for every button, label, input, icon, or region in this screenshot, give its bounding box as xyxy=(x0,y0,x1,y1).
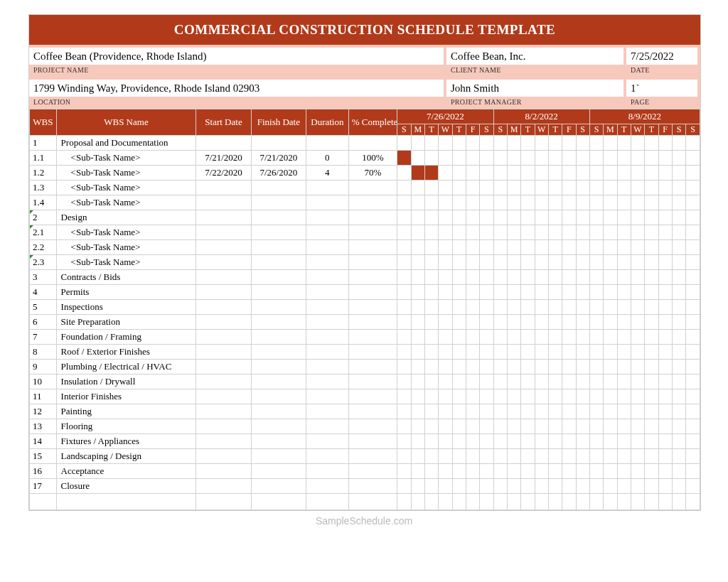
gantt-cell[interactable] xyxy=(548,255,562,270)
gantt-cell[interactable] xyxy=(480,240,493,255)
gantt-cell[interactable] xyxy=(424,255,438,270)
gantt-cell[interactable] xyxy=(452,449,466,464)
gantt-cell[interactable] xyxy=(480,136,493,151)
gantt-cell[interactable] xyxy=(480,345,493,360)
gantt-cell[interactable] xyxy=(424,240,438,255)
cell-finish[interactable] xyxy=(251,374,306,389)
gantt-cell[interactable] xyxy=(658,255,672,270)
gantt-cell[interactable] xyxy=(424,136,438,151)
gantt-cell[interactable] xyxy=(548,404,562,419)
cell-start[interactable] xyxy=(196,255,251,270)
gantt-cell[interactable] xyxy=(617,330,631,345)
cell-name[interactable]: <Sub-Task Name> xyxy=(56,225,196,240)
gantt-cell[interactable] xyxy=(576,404,589,419)
gantt-cell[interactable] xyxy=(576,270,589,285)
gantt-cell[interactable] xyxy=(562,389,576,404)
gantt-cell[interactable] xyxy=(672,434,685,449)
table-row[interactable]: 10Insulation / Drywall xyxy=(30,374,700,389)
gantt-cell[interactable] xyxy=(411,389,424,404)
cell-wbs[interactable]: 8 xyxy=(30,345,57,360)
gantt-cell[interactable] xyxy=(686,136,700,151)
table-row[interactable]: 7Foundation / Framing xyxy=(30,330,700,345)
gantt-cell[interactable] xyxy=(562,479,576,494)
date-value[interactable]: 7/25/2022 xyxy=(626,48,697,65)
cell-wbs[interactable]: 1 xyxy=(30,136,57,151)
gantt-cell[interactable] xyxy=(507,180,520,195)
gantt-cell[interactable] xyxy=(604,300,617,315)
gantt-cell[interactable] xyxy=(604,464,617,479)
gantt-cell[interactable] xyxy=(604,449,617,464)
gantt-cell[interactable] xyxy=(645,255,658,270)
cell-pct[interactable] xyxy=(348,180,397,195)
gantt-cell[interactable] xyxy=(424,225,438,240)
schedule-grid[interactable]: WBSWBS NameStart DateFinish DateDuration… xyxy=(29,109,700,510)
gantt-cell[interactable] xyxy=(562,285,576,300)
gantt-cell[interactable] xyxy=(452,464,466,479)
gantt-cell[interactable] xyxy=(452,270,466,285)
gantt-cell[interactable] xyxy=(548,270,562,285)
cell-finish[interactable] xyxy=(251,225,306,240)
cell-duration[interactable] xyxy=(306,255,349,270)
gantt-cell[interactable] xyxy=(686,166,700,180)
gantt-cell[interactable] xyxy=(493,419,507,434)
gantt-cell[interactable] xyxy=(645,389,658,404)
gantt-cell[interactable] xyxy=(631,345,644,360)
gantt-cell[interactable] xyxy=(411,479,424,494)
gantt-cell[interactable] xyxy=(631,404,644,419)
gantt-cell[interactable] xyxy=(617,464,631,479)
cell-pct[interactable] xyxy=(348,479,397,494)
gantt-cell[interactable] xyxy=(466,434,479,449)
gantt-cell[interactable] xyxy=(672,151,685,166)
gantt-cell[interactable] xyxy=(672,464,685,479)
gantt-cell[interactable] xyxy=(466,151,479,166)
gantt-cell[interactable] xyxy=(686,330,700,345)
gantt-cell[interactable] xyxy=(439,479,452,494)
gantt-cell[interactable] xyxy=(411,345,424,360)
gantt-cell[interactable] xyxy=(480,330,493,345)
gantt-cell[interactable] xyxy=(535,285,548,300)
gantt-cell[interactable] xyxy=(589,449,603,464)
gantt-cell[interactable] xyxy=(589,300,603,315)
gantt-cell[interactable] xyxy=(589,195,603,210)
gantt-cell[interactable] xyxy=(452,434,466,449)
project-name-value[interactable]: Coffee Bean (Providence, Rhode Island) xyxy=(29,48,444,65)
gantt-cell[interactable] xyxy=(439,449,452,464)
cell-duration[interactable] xyxy=(306,360,349,374)
gantt-cell[interactable] xyxy=(562,151,576,166)
gantt-cell[interactable] xyxy=(658,195,672,210)
gantt-cell[interactable] xyxy=(562,434,576,449)
gantt-cell[interactable] xyxy=(521,360,535,374)
gantt-cell[interactable] xyxy=(576,315,589,330)
gantt-cell[interactable] xyxy=(576,389,589,404)
gantt-cell[interactable] xyxy=(439,136,452,151)
gantt-cell[interactable] xyxy=(452,240,466,255)
gantt-cell[interactable] xyxy=(562,255,576,270)
gantt-cell[interactable] xyxy=(466,419,479,434)
cell-start[interactable] xyxy=(196,300,251,315)
client-name-value[interactable]: Coffee Bean, Inc. xyxy=(446,48,623,65)
cell-pct[interactable] xyxy=(348,345,397,360)
gantt-cell[interactable] xyxy=(452,330,466,345)
cell-finish[interactable] xyxy=(251,255,306,270)
gantt-cell[interactable] xyxy=(658,345,672,360)
gantt-cell[interactable] xyxy=(411,285,424,300)
gantt-cell[interactable] xyxy=(493,136,507,151)
gantt-cell[interactable] xyxy=(631,464,644,479)
gantt-cell[interactable] xyxy=(411,374,424,389)
gantt-cell[interactable] xyxy=(466,404,479,419)
gantt-cell[interactable] xyxy=(535,360,548,374)
gantt-cell[interactable] xyxy=(617,315,631,330)
gantt-cell[interactable] xyxy=(576,374,589,389)
gantt-cell[interactable] xyxy=(645,479,658,494)
gantt-cell[interactable] xyxy=(576,330,589,345)
cell-start[interactable] xyxy=(196,315,251,330)
gantt-cell[interactable] xyxy=(672,360,685,374)
cell-wbs[interactable]: 4 xyxy=(30,285,57,300)
gantt-cell[interactable] xyxy=(589,136,603,151)
gantt-cell[interactable] xyxy=(604,285,617,300)
gantt-cell[interactable] xyxy=(604,330,617,345)
cell-duration[interactable] xyxy=(306,389,349,404)
cell-wbs[interactable]: 11 xyxy=(30,389,57,404)
gantt-cell[interactable] xyxy=(411,136,424,151)
gantt-cell[interactable] xyxy=(576,360,589,374)
